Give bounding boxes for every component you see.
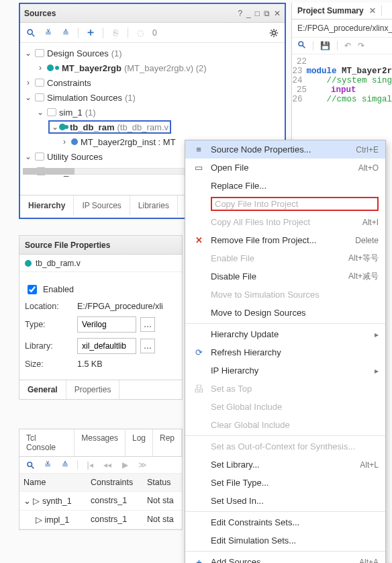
expand-all-icon[interactable]: ≚ bbox=[43, 28, 54, 38]
menu-item-label: Set as Out-of-Context for Synthesis... bbox=[211, 441, 379, 451]
size-value: 1.5 KB bbox=[77, 359, 103, 369]
svg-point-13 bbox=[299, 42, 303, 46]
menu-item-accel: Alt+I bbox=[362, 218, 379, 227]
tab-hierarchy[interactable]: Hierarchy bbox=[20, 196, 74, 215]
collapse-icon[interactable]: ≙ bbox=[60, 460, 70, 470]
menu-item[interactable]: ▭Open FileAlt+O bbox=[185, 159, 385, 177]
design-top-module[interactable]: › MT_bayer2rgb (MT_bayer2rgb.v) (2) bbox=[24, 60, 285, 75]
menu-item[interactable]: ＋Add Sources...Alt+A bbox=[185, 553, 385, 563]
minimize-icon[interactable]: _ bbox=[246, 9, 251, 18]
type-browse-button[interactable]: … bbox=[140, 317, 155, 332]
tab-libraries[interactable]: Libraries bbox=[130, 196, 178, 215]
menu-item[interactable]: Move to Design Sources bbox=[185, 304, 385, 322]
issues-count: 0 bbox=[152, 28, 157, 38]
menu-item-accel: Alt+O bbox=[358, 163, 379, 173]
search-icon[interactable] bbox=[26, 28, 36, 38]
save-icon[interactable]: 💾 bbox=[320, 41, 330, 50]
search-icon[interactable] bbox=[25, 460, 36, 470]
col-constraints[interactable]: Constraints bbox=[91, 478, 147, 487]
menu-item-accel: Alt+A bbox=[359, 558, 379, 564]
first-icon[interactable]: |◂ bbox=[85, 460, 95, 470]
col-status[interactable]: Status bbox=[147, 478, 187, 487]
design-sources-node[interactable]: ⌄ Design Sources (1) bbox=[24, 46, 285, 60]
sources-title: Sources bbox=[24, 9, 56, 18]
file-icon: ▭ bbox=[195, 163, 203, 173]
svg-line-14 bbox=[303, 46, 305, 48]
menu-item[interactable]: Set Library...Alt+L bbox=[185, 456, 385, 474]
menu-item-label: Replace File... bbox=[211, 181, 379, 191]
tab-tcl-console[interactable]: Tcl Console bbox=[19, 429, 75, 456]
tab-close-icon[interactable]: ✕ bbox=[369, 6, 376, 15]
redo-icon[interactable]: ↷ bbox=[358, 41, 364, 50]
menu-item[interactable]: Replace File... bbox=[185, 177, 385, 195]
menu-item[interactable]: Set File Type... bbox=[185, 474, 385, 492]
menu-item-accel: Delete bbox=[355, 236, 379, 245]
menu-item: Move to Simulation Sources bbox=[185, 286, 385, 304]
menu-item[interactable]: ✕Remove File from Project...Delete bbox=[185, 231, 385, 249]
location-label: Location: bbox=[25, 302, 73, 311]
menu-item[interactable]: Set Used In... bbox=[185, 492, 385, 510]
tb-db-ram-file[interactable]: ⌄ tb_db_ram (tb_db_ram.v bbox=[24, 120, 285, 134]
menu-item-label: Move to Simulation Sources bbox=[211, 290, 379, 300]
tab-general[interactable]: General bbox=[19, 380, 66, 399]
tab-ip-sources[interactable]: IP Sources bbox=[74, 196, 130, 215]
menu-item: Set Global Include bbox=[185, 398, 385, 416]
constraints-node[interactable]: › Constraints bbox=[24, 75, 285, 90]
help-icon[interactable]: ? bbox=[238, 9, 242, 18]
menu-item[interactable]: Disable FileAlt+减号 bbox=[185, 267, 385, 286]
file-properties-panel: Source File Properties tb_db_ram.v Enabl… bbox=[19, 235, 183, 400]
menu-item[interactable]: IP Hierarchy▸ bbox=[185, 361, 385, 380]
tab-log[interactable]: Log bbox=[126, 429, 153, 456]
close-icon[interactable]: ✕ bbox=[274, 9, 281, 18]
refresh-icon: ⟳ bbox=[195, 347, 203, 357]
step-icon[interactable]: ≫ bbox=[137, 460, 148, 470]
menu-item[interactable]: ⟳Refresh Hierarchy bbox=[185, 343, 385, 361]
enabled-checkbox[interactable] bbox=[28, 285, 37, 294]
menu-item[interactable]: ≡Source Node Properties...Ctrl+E bbox=[185, 140, 385, 159]
tab-reports[interactable]: Rep bbox=[153, 429, 182, 456]
menu-item[interactable]: Edit Simulation Sets... bbox=[185, 531, 385, 550]
popout-icon[interactable]: ⧉ bbox=[264, 9, 270, 18]
menu-item[interactable]: Edit Constraints Sets... bbox=[185, 513, 385, 531]
expand-icon[interactable]: ≚ bbox=[42, 460, 53, 470]
library-browse-button[interactable]: … bbox=[140, 339, 155, 353]
submenu-arrow-icon: ▸ bbox=[375, 366, 379, 376]
context-menu[interactable]: ≡Source Node Properties...Ctrl+E▭Open Fi… bbox=[185, 140, 386, 563]
collapse-all-icon[interactable]: ≙ bbox=[60, 28, 71, 38]
enabled-label: Enabled bbox=[43, 285, 74, 294]
sim-1-node[interactable]: ⌄ sim_1 (1) bbox=[24, 105, 285, 120]
run-icon[interactable]: ▶ bbox=[119, 460, 130, 470]
menu-item-label: Set Library... bbox=[211, 460, 354, 470]
location-value: E:/FPGA_procedure/xli bbox=[77, 302, 163, 311]
summary-tab-label[interactable]: Project Summary bbox=[297, 6, 364, 15]
menu-item[interactable]: Hierarchy Update▸ bbox=[185, 325, 385, 343]
menu-item-label: Edit Constraints Sets... bbox=[211, 517, 379, 527]
restore-icon[interactable]: □ bbox=[255, 9, 260, 18]
code-editor[interactable]: 2223module MT_bayer2r24 //system sing25 … bbox=[292, 54, 392, 104]
prev-icon[interactable]: ◂◂ bbox=[102, 460, 113, 470]
tab-messages[interactable]: Messages bbox=[75, 429, 126, 456]
tab-properties[interactable]: Properties bbox=[66, 380, 120, 399]
type-field[interactable] bbox=[77, 316, 136, 333]
add-icon[interactable]: ＋ bbox=[85, 28, 96, 38]
menu-item: Copy All Files Into ProjectAlt+I bbox=[185, 213, 385, 231]
svg-line-9 bbox=[271, 35, 272, 36]
library-label: Library: bbox=[25, 341, 73, 351]
run-row[interactable]: ▷ impl_1constrs_1Not sta bbox=[19, 511, 182, 529]
menu-item-label: Clear Global Include bbox=[211, 420, 379, 430]
runs-panel: Tcl Console Messages Log Rep ≚ ≙ |◂ ◂◂ ▶… bbox=[19, 429, 183, 530]
svg-point-11 bbox=[28, 462, 32, 467]
plus-icon: ＋ bbox=[195, 556, 203, 564]
menu-item: Enable FileAlt+等号 bbox=[185, 249, 385, 267]
svg-line-10 bbox=[276, 30, 277, 30]
menu-item-label: Enable File bbox=[211, 253, 343, 263]
col-name[interactable]: Name bbox=[23, 478, 91, 487]
menu-item-label: Open File bbox=[211, 163, 353, 173]
library-field[interactable] bbox=[77, 338, 136, 354]
run-row[interactable]: ⌄ ▷ synth_1constrs_1Not sta bbox=[19, 492, 182, 511]
settings-icon[interactable] bbox=[268, 28, 279, 38]
undo-icon[interactable]: ↶ bbox=[344, 41, 351, 50]
search-icon[interactable] bbox=[297, 40, 306, 51]
simulation-sources-node[interactable]: ⌄ Simulation Sources (1) bbox=[24, 90, 285, 105]
svg-line-7 bbox=[271, 30, 272, 30]
